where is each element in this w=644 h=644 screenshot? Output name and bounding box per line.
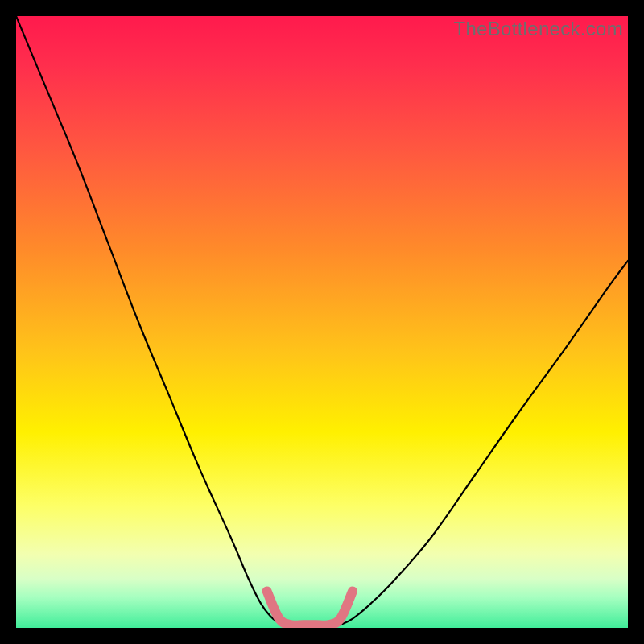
trough-overlay: [267, 591, 353, 625]
curve-left: [16, 16, 285, 625]
curve-right: [341, 261, 628, 625]
plot-area: TheBottleneck.com: [16, 16, 628, 628]
chart-frame: TheBottleneck.com: [0, 0, 644, 644]
bottleneck-curve-chart: [16, 16, 628, 628]
